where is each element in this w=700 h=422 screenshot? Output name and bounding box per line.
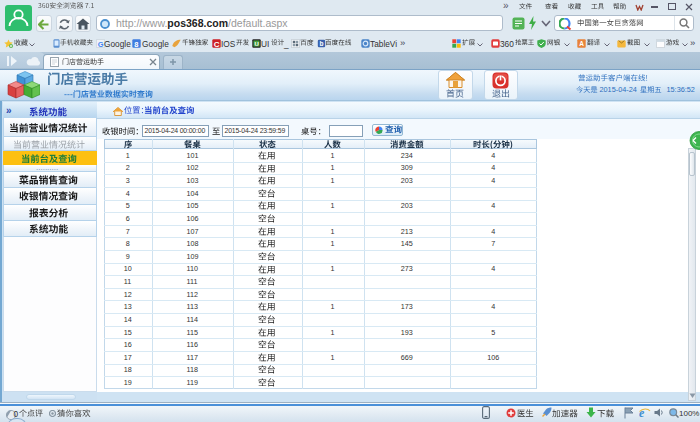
svg-text:e: e [639,406,645,419]
svg-text:8: 8 [134,40,138,48]
svg-text:G: G [98,40,104,48]
svg-text:A: A [579,40,584,47]
svg-text:C: C [214,40,220,48]
svg-text:U: U [254,41,258,47]
svg-text:b: b [320,40,324,47]
